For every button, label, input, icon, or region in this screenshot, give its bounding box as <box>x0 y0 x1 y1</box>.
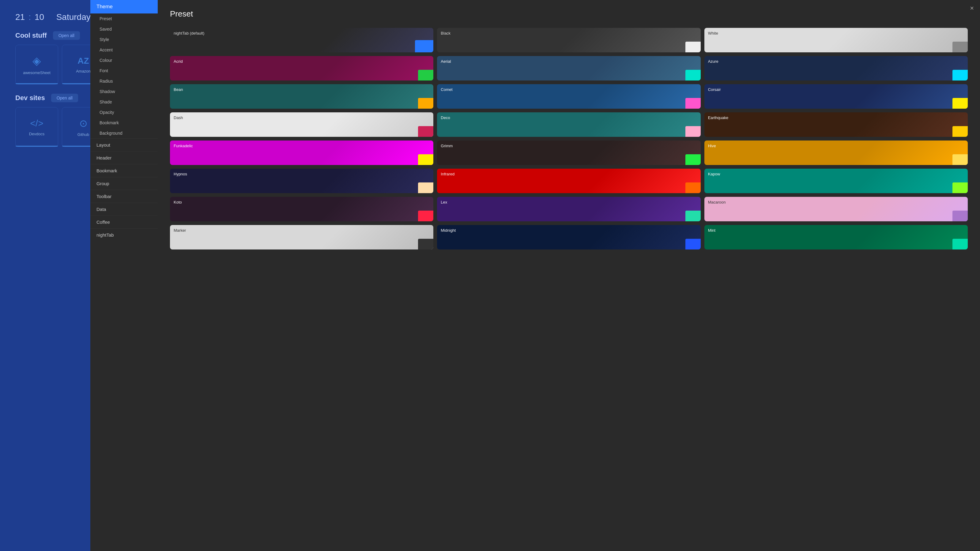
time-colon: : <box>29 12 31 22</box>
devdocs-label: Devdocs <box>29 132 45 136</box>
time-hours: 21 <box>15 12 25 22</box>
nav-nighttab[interactable]: nightTab <box>90 229 158 241</box>
theme-card-nighttab[interactable]: nightTab (default) <box>170 28 433 52</box>
dev-sites-title: Dev sites <box>15 94 45 102</box>
theme-label-dash: Dash <box>173 115 183 120</box>
nav-group[interactable]: Group <box>90 177 158 190</box>
nav-layout[interactable]: Layout <box>90 138 158 151</box>
theme-card-acrid[interactable]: Acrid <box>170 56 433 81</box>
awesomesheet-label: awesomeSheet <box>23 70 51 75</box>
settings-modal: × Theme Preset Saved Style Accent Colour… <box>90 0 490 275</box>
nav-shadow[interactable]: Shadow <box>90 86 158 97</box>
theme-card-lex[interactable]: Lex <box>437 197 490 221</box>
amazon-icon: AZ <box>78 56 89 66</box>
bookmark-devdocs[interactable]: </> Devdocs <box>15 107 58 147</box>
nav-header[interactable]: Header <box>90 151 158 164</box>
theme-label-hypnos: Hypnos <box>173 172 187 176</box>
theme-card-deco[interactable]: Deco <box>437 112 490 137</box>
preset-heading: Preset <box>170 9 490 19</box>
theme-card-infrared[interactable]: Infrared <box>437 169 490 193</box>
nav-bookmark[interactable]: Bookmark <box>90 164 158 177</box>
theme-label-nighttab: nightTab (default) <box>173 31 204 35</box>
time-minutes: 10 <box>35 12 44 22</box>
theme-grid: nightTab (default)BlackWhiteAcridAerialA… <box>170 28 490 249</box>
nav-toolbar[interactable]: Toolbar <box>90 190 158 203</box>
theme-label-comet: Comet <box>441 87 452 92</box>
theme-card-funkadelic[interactable]: Funkadelic <box>170 140 433 165</box>
nav-radius[interactable]: Radius <box>90 76 158 86</box>
theme-label-black: Black <box>441 31 450 35</box>
theme-card-grimm[interactable]: Grimm <box>437 140 490 165</box>
theme-label-aerial: Aerial <box>441 59 451 64</box>
theme-label-deco: Deco <box>441 115 450 120</box>
github-icon: ⊙ <box>79 118 88 129</box>
awesomesheet-icon: ◈ <box>32 54 41 67</box>
nav-font[interactable]: Font <box>90 65 158 76</box>
theme-card-comet[interactable]: Comet <box>437 84 490 109</box>
day-of-week: Saturday <box>56 12 91 22</box>
theme-card-marker[interactable]: Marker <box>170 225 433 249</box>
theme-label-lex: Lex <box>441 200 447 205</box>
theme-label-marker: Marker <box>173 228 186 233</box>
nav-opacity[interactable]: Opacity <box>90 107 158 118</box>
amazon-label: Amazon <box>76 69 91 73</box>
nav-preset[interactable]: Preset <box>90 13 158 24</box>
theme-card-bean[interactable]: Bean <box>170 84 433 109</box>
theme-label-koto: Koto <box>173 200 182 205</box>
cool-stuff-open-all[interactable]: Open all <box>53 31 80 40</box>
nav-data[interactable]: Data <box>90 203 158 216</box>
theme-card-aerial[interactable]: Aerial <box>437 56 490 81</box>
nav-saved[interactable]: Saved <box>90 24 158 34</box>
theme-label-funkadelic: Funkadelic <box>173 144 193 148</box>
theme-card-koto[interactable]: Koto <box>170 197 433 221</box>
dev-sites-open-all[interactable]: Open all <box>51 94 78 102</box>
theme-card-dash[interactable]: Dash <box>170 112 433 137</box>
nav-background-sub[interactable]: Background <box>90 128 158 138</box>
nav-shade[interactable]: Shade <box>90 97 158 107</box>
nav-bookmark-sub[interactable]: Bookmark <box>90 118 158 128</box>
theme-label-bean: Bean <box>173 87 183 92</box>
bookmark-awesomesheet[interactable]: ◈ awesomeSheet <box>15 45 58 84</box>
theme-label-grimm: Grimm <box>441 144 453 148</box>
main-content: Preset nightTab (default)BlackWhiteAcrid… <box>158 0 490 275</box>
theme-label-acrid: Acrid <box>173 59 183 64</box>
theme-card-black[interactable]: Black <box>437 28 490 52</box>
nav-colour[interactable]: Colour <box>90 55 158 65</box>
nav-coffee[interactable]: Coffee <box>90 216 158 229</box>
github-label: Github <box>78 132 89 137</box>
theme-card-midnight[interactable]: Midnight <box>437 225 490 249</box>
theme-label-infrared: Infrared <box>441 172 455 176</box>
nav-sidebar: Theme Preset Saved Style Accent Colour F… <box>90 0 158 275</box>
nav-accent[interactable]: Accent <box>90 45 158 55</box>
nav-style[interactable]: Style <box>90 34 158 45</box>
nav-theme[interactable]: Theme <box>90 0 158 13</box>
devdocs-icon: </> <box>30 118 43 129</box>
modal-content: Theme Preset Saved Style Accent Colour F… <box>90 0 490 275</box>
theme-card-hypnos[interactable]: Hypnos <box>170 169 433 193</box>
cool-stuff-title: Cool stuff <box>15 32 47 40</box>
theme-label-midnight: Midnight <box>441 228 456 233</box>
day-separator <box>48 12 52 22</box>
